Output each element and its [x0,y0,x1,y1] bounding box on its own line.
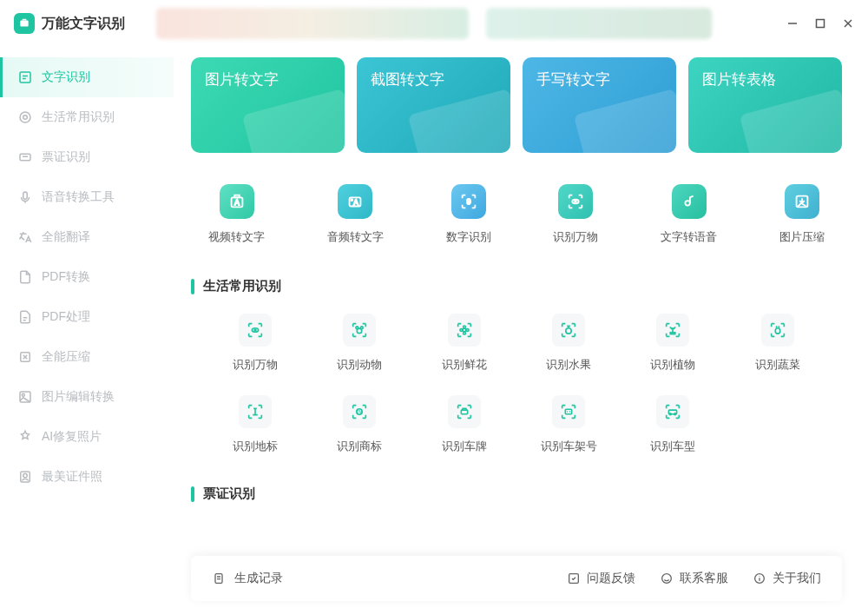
section-title: 生活常用识别 [203,278,281,294]
tool-audio-to-text[interactable]: A 音频转文字 [327,184,384,245]
sidebar-item-idphoto[interactable]: 最美证件照 [0,457,174,497]
svg-point-35 [466,329,469,332]
scan-carmodel-icon [656,395,689,428]
tool-video-to-text[interactable]: A 视频转文字 [208,184,265,245]
svg-point-13 [22,393,24,396]
hero-screenshot-to-text[interactable]: 截图转文字 [357,57,510,153]
sidebar-item-translate[interactable]: 全能翻译 [0,217,174,257]
service-link[interactable]: 联系客服 [660,571,728,586]
window-controls [786,17,854,30]
service-icon [660,572,674,585]
svg-text:9: 9 [466,197,470,206]
svg-point-19 [352,199,353,201]
life-animal[interactable]: 识别动物 [312,314,406,373]
sidebar-item-compress[interactable]: 全能压缩 [0,337,174,377]
life-recognize-all[interactable]: 识别万物 [208,314,302,373]
tool-number-ocr[interactable]: 9 数字识别 [446,184,491,245]
scan-landmark-icon [239,395,272,428]
sidebar-item-image-edit[interactable]: 图片编辑转换 [0,377,174,417]
svg-point-32 [463,326,465,328]
scan-eye-icon [239,314,272,347]
ad-banner-1[interactable] [156,8,469,39]
svg-point-27 [254,329,256,331]
sidebar-item-life[interactable]: 生活常用识别 [0,97,174,137]
life-trademark[interactable]: TM识别商标 [312,395,406,454]
pdf-convert-icon [17,269,33,285]
image-edit-icon [17,389,33,405]
svg-rect-37 [671,333,676,334]
svg-rect-10 [23,192,28,199]
grid-label: 识别水果 [546,357,591,373]
svg-point-34 [460,329,463,332]
life-vin[interactable]: 识别车架号 [522,395,615,454]
svg-point-33 [463,332,465,334]
service-label: 联系客服 [680,571,728,586]
compress-icon [785,184,819,219]
sidebar-item-ticket[interactable]: 票证识别 [0,137,174,177]
text-ocr-icon [17,69,33,85]
svg-point-30 [361,327,364,329]
feedback-link[interactable]: 问题反馈 [567,571,635,586]
bottom-bar: 生成记录 问题反馈 联系客服 关于我们 [191,556,842,601]
life-carmodel[interactable]: 识别车型 [626,395,720,454]
ai-repair-icon [17,429,33,445]
sidebar-item-ai-repair[interactable]: AI修复照片 [0,417,174,457]
sidebar-item-text-ocr[interactable]: 文字识别 [0,57,174,97]
records-link[interactable]: 生成记录 [212,571,283,586]
life-plant[interactable]: 识别植物 [626,314,720,373]
about-icon [753,572,766,585]
sidebar-item-voice[interactable]: 语音转换工具 [0,177,174,217]
tool-label: 数字识别 [446,229,491,245]
svg-point-48 [662,574,672,584]
life-tools-grid: 识别万物 识别动物 识别鲜花 识别水果 识别植物 识别蔬菜 识别地标 TM识别商… [191,314,842,454]
sidebar-item-label: PDF转换 [42,269,90,285]
life-plate[interactable]: 识别车牌 [418,395,511,454]
sidebar-item-label: 最美证件照 [42,469,102,485]
records-icon [212,572,226,585]
sidebar-item-label: 全能压缩 [42,349,90,365]
scan-plate-icon [448,395,481,428]
sidebar-item-label: 生活常用识别 [42,109,115,125]
sidebar: 文字识别 生活常用识别 票证识别 语音转换工具 全能翻译 PDF转换 PDF处理 [0,47,174,608]
svg-rect-3 [817,20,825,28]
sidebar-item-pdf-process[interactable]: PDF处理 [0,297,174,337]
tool-recognize-all[interactable]: 识别万物 [553,184,598,245]
hero-handwriting-to-text[interactable]: 手写转文字 [523,57,676,153]
compress-icon [17,349,33,365]
sidebar-item-label: 图片编辑转换 [42,389,115,405]
sidebar-item-label: 语音转换工具 [42,189,115,205]
maximize-button[interactable] [814,17,826,30]
life-flower[interactable]: 识别鲜花 [418,314,511,373]
scan-flower-icon [448,314,481,347]
svg-point-23 [575,201,576,202]
svg-rect-0 [20,21,28,27]
grid-label: 识别万物 [233,357,278,373]
sidebar-item-label: 文字识别 [42,69,90,85]
svg-point-29 [356,327,358,329]
feedback-icon [567,572,581,585]
sidebar-item-pdf-convert[interactable]: PDF转换 [0,257,174,297]
grid-label: 识别鲜花 [442,357,487,373]
ad-banner-2[interactable] [486,8,712,39]
scan-vin-icon [552,395,585,428]
tool-label: 视频转文字 [208,229,265,245]
hero-cards: 图片转文字 截图转文字 手写转文字 图片转表格 [191,57,842,153]
about-link[interactable]: 关于我们 [753,571,821,586]
life-landmark[interactable]: 识别地标 [208,395,302,454]
scan-plant-icon [656,314,689,347]
tool-image-compress[interactable]: 图片压缩 [779,184,825,245]
eye-icon [558,184,593,219]
hero-image-to-table[interactable]: 图片转表格 [688,57,842,153]
scan-animal-icon [343,314,376,347]
grid-label: 识别植物 [650,357,695,373]
minimize-button[interactable] [786,17,799,30]
svg-rect-42 [565,409,571,414]
life-vegetable[interactable]: 识别蔬菜 [731,314,825,373]
life-fruit[interactable]: 识别水果 [522,314,615,373]
svg-point-36 [566,328,571,334]
number-icon: 9 [451,184,486,219]
tool-text-to-speech[interactable]: 文字转语音 [661,184,717,245]
close-button[interactable] [842,17,854,30]
grid-label: 识别动物 [337,357,382,373]
hero-image-to-text[interactable]: 图片转文字 [191,57,345,153]
